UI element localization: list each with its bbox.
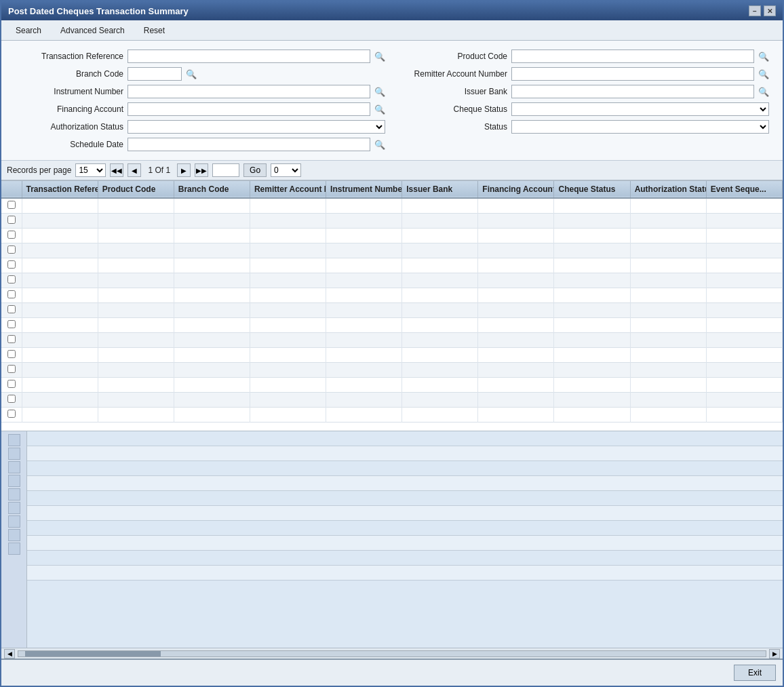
instrument-number-input[interactable] [128, 85, 370, 98]
last-page-button[interactable]: ▶▶ [195, 163, 208, 177]
go-button[interactable]: Go [243, 163, 267, 177]
product-code-label: Product Code [399, 52, 507, 61]
product-code-search-icon[interactable]: 🔍 [758, 52, 769, 62]
go-input[interactable] [212, 163, 239, 177]
col-transaction-reference[interactable]: Transaction Reference [22, 181, 98, 198]
bottom-right-content [27, 431, 783, 648]
empty-row-9 [27, 551, 783, 566]
page-jump-select[interactable]: 0 [271, 163, 301, 177]
row-checkbox[interactable] [7, 275, 16, 283]
row-checkbox[interactable] [7, 231, 16, 239]
remitter-account-input[interactable] [511, 67, 754, 81]
col-remitter-account[interactable]: Remitter Account Number [250, 181, 326, 198]
scroll-right-button[interactable]: ▶ [769, 649, 780, 659]
issuer-bank-search-icon[interactable]: 🔍 [758, 87, 769, 97]
horizontal-scrollbar[interactable]: ◀ ▶ [1, 648, 783, 659]
col-product-code[interactable]: Product Code [98, 181, 174, 198]
content-area: Transaction Reference Product Code Branc… [1, 181, 783, 659]
window-title: Post Dated Cheques Transaction Summary [8, 6, 189, 16]
advanced-search-menu-button[interactable]: Advanced Search [52, 23, 134, 38]
reset-menu-button[interactable]: Reset [135, 23, 174, 38]
search-menu-button[interactable]: Search [7, 23, 50, 38]
schedule-date-input[interactable] [128, 138, 370, 151]
col-event-sequence[interactable]: Event Seque... [706, 181, 782, 198]
empty-row-6 [27, 506, 783, 521]
status-label: Status [399, 122, 507, 132]
status-row: Status [399, 118, 769, 136]
first-page-button[interactable]: ◀◀ [110, 163, 123, 177]
exit-button[interactable]: Exit [734, 665, 776, 681]
close-button[interactable]: ✕ [764, 5, 776, 16]
table-row [1, 362, 783, 377]
row-checkbox[interactable] [7, 365, 16, 373]
left-panel-row-1 [8, 434, 20, 446]
row-checkbox[interactable] [7, 380, 16, 388]
financing-account-search-icon[interactable]: 🔍 [374, 104, 385, 115]
left-panel-row-7 [8, 515, 20, 528]
empty-row-4 [27, 476, 783, 491]
col-issuer-bank[interactable]: Issuer Bank [402, 181, 478, 198]
pagination-bar: Records per page 15 25 50 ◀◀ ◀ 1 Of 1 ▶ … [1, 161, 783, 181]
col-branch-code[interactable]: Branch Code [174, 181, 250, 198]
scroll-thumb[interactable] [25, 651, 161, 656]
records-per-page-select[interactable]: 15 25 50 [75, 163, 106, 177]
remitter-account-row: Remitter Account Number 🔍 [399, 65, 769, 83]
left-panel-row-5 [8, 488, 20, 500]
branch-code-input[interactable] [128, 67, 182, 81]
col-financing-account[interactable]: Financing Account [478, 181, 554, 198]
empty-row-1 [27, 431, 783, 446]
scroll-left-button[interactable]: ◀ [4, 649, 15, 659]
col-authorization-status[interactable]: Authorization Status [630, 181, 706, 198]
next-page-button[interactable]: ▶ [177, 163, 191, 177]
table-row [1, 228, 783, 243]
schedule-date-search-icon[interactable]: 🔍 [374, 140, 385, 150]
transaction-reference-label: Transaction Reference [15, 52, 123, 61]
cheque-status-row: Cheque Status [399, 100, 769, 118]
table-row [1, 302, 783, 317]
row-checkbox[interactable] [7, 350, 16, 358]
issuer-bank-input[interactable] [511, 85, 754, 98]
col-instrument-number[interactable]: Instrument Number [326, 181, 402, 198]
table-body [1, 198, 783, 422]
empty-row-3 [27, 461, 783, 476]
table-row [1, 317, 783, 332]
cheque-status-select[interactable] [511, 102, 769, 116]
transaction-reference-input[interactable] [128, 50, 370, 63]
row-checkbox[interactable] [7, 290, 16, 298]
row-checkbox[interactable] [7, 335, 16, 343]
empty-row-5 [27, 491, 783, 506]
row-checkbox[interactable] [7, 260, 16, 269]
financing-account-input[interactable] [128, 102, 370, 116]
scroll-track[interactable] [18, 650, 766, 657]
branch-code-search-icon[interactable]: 🔍 [186, 69, 197, 79]
instrument-number-row: Instrument Number 🔍 [15, 83, 385, 100]
title-bar: Post Dated Cheques Transaction Summary −… [1, 1, 783, 20]
instrument-number-search-icon[interactable]: 🔍 [374, 87, 385, 97]
form-left-col: Transaction Reference 🔍 Branch Code 🔍 In… [15, 47, 385, 153]
financing-account-label: Financing Account [15, 104, 123, 114]
table-row [1, 407, 783, 422]
authorization-status-select[interactable] [128, 120, 385, 134]
left-panel-row-4 [8, 475, 20, 487]
col-cheque-status[interactable]: Cheque Status [554, 181, 630, 198]
row-checkbox[interactable] [7, 201, 16, 209]
table-row [1, 273, 783, 288]
row-checkbox[interactable] [7, 246, 16, 254]
prev-page-button[interactable]: ◀ [128, 163, 141, 177]
left-panel-row-6 [8, 502, 20, 514]
product-code-input[interactable] [511, 50, 754, 63]
minimize-button[interactable]: − [749, 5, 761, 16]
page-info: 1 Of 1 [145, 165, 173, 175]
row-checkbox[interactable] [7, 395, 16, 403]
remitter-account-search-icon[interactable]: 🔍 [758, 69, 769, 79]
branch-code-row: Branch Code 🔍 [15, 65, 385, 83]
left-panel-row-2 [8, 448, 20, 460]
row-checkbox[interactable] [7, 216, 16, 224]
row-checkbox[interactable] [7, 320, 16, 328]
status-select[interactable] [511, 120, 769, 134]
table-container[interactable]: Transaction Reference Product Code Branc… [1, 181, 783, 431]
row-checkbox[interactable] [7, 305, 16, 313]
financing-account-row: Financing Account 🔍 [15, 100, 385, 118]
row-checkbox[interactable] [7, 410, 16, 418]
transaction-reference-search-icon[interactable]: 🔍 [374, 52, 385, 62]
